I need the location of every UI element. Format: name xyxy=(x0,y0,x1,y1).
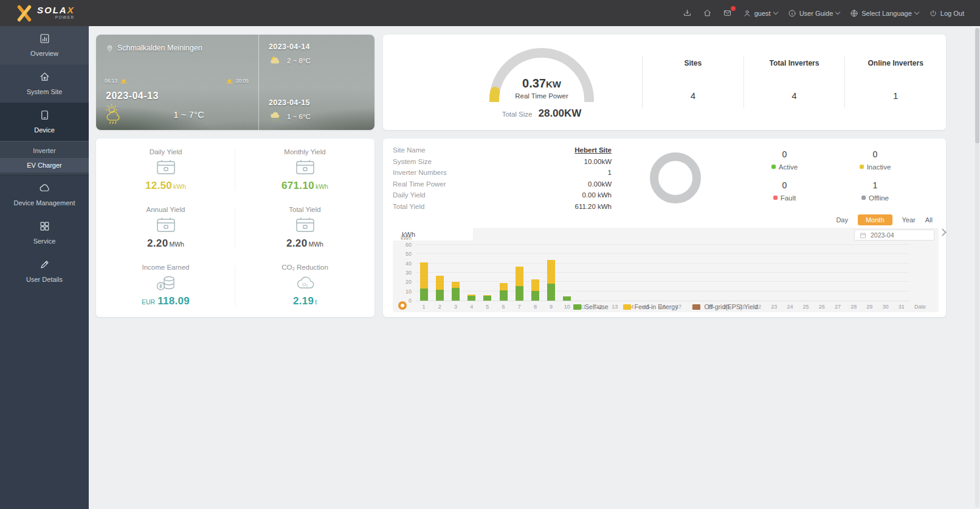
info-label: Daily Yield xyxy=(393,191,426,199)
chart-plot: kWh0102030405060 xyxy=(416,245,909,301)
status-offline: 1 Offline xyxy=(830,180,920,202)
period-switch: DayMonthYearAll xyxy=(393,211,939,228)
sidebar-item-user-details[interactable]: User Details xyxy=(0,252,89,290)
service-icon xyxy=(39,220,50,233)
status-label: Inactive xyxy=(830,163,920,171)
logout-button[interactable]: Log Out xyxy=(929,9,964,18)
yield-cell-monthly-yield: Monthly Yield 671.10 kWh xyxy=(235,141,374,199)
co2-icon: O₂ xyxy=(294,274,316,292)
site-info-row: System Size 10.00kW xyxy=(393,158,612,165)
legend-off-grid-eps-yield[interactable]: Off-grid(EPS) Yield xyxy=(692,303,758,310)
bar-slot xyxy=(846,245,861,301)
date-picker[interactable]: 2023-04 xyxy=(854,230,934,241)
chart-fab-icon[interactable] xyxy=(398,301,407,310)
status-inactive: 0 Inactive xyxy=(830,149,920,171)
site-info-row: Real Time Power 0.00kW xyxy=(393,180,612,188)
total-size: Total Size 28.00KW xyxy=(502,108,582,120)
yield-chart-panel: kWh 2023-04 kWh0102030405060 xyxy=(393,228,939,312)
site-info-row: Total Yield 611.20 kWh xyxy=(393,203,612,210)
brand-logo[interactable]: SOLAX POWER xyxy=(16,5,75,22)
inactive-dot-icon xyxy=(860,165,864,169)
stacked-bar[interactable] xyxy=(500,283,508,301)
bar-slot xyxy=(432,245,447,301)
weather-location: Schmalkalden Meiningen xyxy=(117,44,202,52)
bar-slot xyxy=(495,245,511,301)
sidebar-submenu: InverterEV Charger xyxy=(0,141,89,176)
period-all-button[interactable]: All xyxy=(925,216,933,224)
summary-stats: Sites 4 Total Inverters 4 Online Inverte… xyxy=(642,56,946,108)
bar-slot xyxy=(639,245,655,301)
stacked-bar[interactable] xyxy=(516,267,523,301)
bar-slot xyxy=(575,245,591,301)
sidebar-item-label: Overview xyxy=(30,50,58,57)
bar-slot xyxy=(480,245,495,301)
info-label: Real Time Power xyxy=(393,180,446,188)
real-time-power-value: 0.37KW xyxy=(484,77,599,91)
info-value-link[interactable]: Hebert Site xyxy=(575,146,612,154)
stacked-bar[interactable] xyxy=(483,295,491,301)
stacked-bar[interactable] xyxy=(531,279,539,301)
top-navbar: SOLAX POWER guest User Guide Select Lang… xyxy=(0,0,980,26)
message-icon[interactable] xyxy=(723,9,733,18)
info-label: Total Yield xyxy=(393,203,424,210)
sidebar-item-system-site[interactable]: System Site xyxy=(0,64,89,103)
stacked-bar[interactable] xyxy=(420,262,428,301)
sidebar-item-inverter[interactable]: Inverter xyxy=(0,143,89,158)
y-tick: 10 xyxy=(405,289,412,295)
active-dot-icon xyxy=(771,165,776,169)
scrollbar[interactable] xyxy=(975,28,979,507)
power-summary-card: 0.37KW Real Time Power Total Size 28.00K… xyxy=(383,35,946,130)
user-guide-menu[interactable]: User Guide xyxy=(788,9,840,18)
overview-icon xyxy=(39,33,50,46)
stat-label: Sites xyxy=(684,59,702,67)
stacked-bar[interactable] xyxy=(468,295,475,301)
yield-value: 2.19 t xyxy=(293,295,317,307)
status-label: Fault xyxy=(739,194,830,202)
weather-temp: 1 ~ 7°C xyxy=(173,109,204,120)
legend-feed-in-energy[interactable]: Feed-in Energy xyxy=(623,303,678,310)
period-day-button[interactable]: Day xyxy=(836,216,848,224)
income-icon xyxy=(155,274,177,292)
forecast-day-1: 2023-04-14 2 ~ 8°C xyxy=(269,43,365,66)
sunset-icon xyxy=(226,77,233,84)
stacked-bar[interactable] xyxy=(452,282,460,301)
y-tick: 20 xyxy=(405,279,412,285)
legend-self-use[interactable]: Self-use xyxy=(573,303,609,310)
language-menu[interactable]: Select Language xyxy=(850,9,919,18)
sidebar-item-device[interactable]: Device xyxy=(0,103,89,141)
user-menu[interactable]: guest xyxy=(743,9,778,18)
sidebar-item-service[interactable]: Service xyxy=(0,214,89,252)
stacked-bar[interactable] xyxy=(436,276,444,301)
period-year-button[interactable]: Year xyxy=(902,216,916,224)
device-icon xyxy=(39,109,50,122)
yield-label: Annual Yield xyxy=(147,206,185,213)
legend-swatch xyxy=(573,304,581,310)
site-info-row: Inverter Numbers 1 xyxy=(393,169,612,176)
location-pin-icon xyxy=(106,44,114,52)
sidebar-item-overview[interactable]: Overview xyxy=(0,26,89,64)
status-label: Offline xyxy=(830,194,920,202)
yield-value: 2.20 MWh xyxy=(147,237,184,250)
chevron-down-icon xyxy=(914,10,919,15)
stacked-bar[interactable] xyxy=(547,260,555,301)
scrollbar-thumb[interactable] xyxy=(975,28,979,143)
export-icon[interactable] xyxy=(683,9,692,18)
sidebar-item-ev-charger[interactable]: EV Charger xyxy=(0,158,89,173)
sun-cloud-icon xyxy=(269,55,282,66)
stat-value: 4 xyxy=(792,91,796,101)
next-site-chevron[interactable] xyxy=(939,228,947,236)
legend-swatch xyxy=(692,304,700,310)
yield-cell-total-yield: Total Yield 2.20 MWh xyxy=(235,199,374,256)
home-icon[interactable] xyxy=(703,9,713,18)
chart-legend: Self-use Feed-in Energy Off-grid(EPS) Yi… xyxy=(393,303,939,310)
bar-slot xyxy=(607,245,623,301)
period-month-button[interactable]: Month xyxy=(858,214,892,225)
sidebar-item-device-management[interactable]: Device Management xyxy=(0,176,89,214)
bar-slot xyxy=(782,245,798,301)
device-management-icon xyxy=(39,182,50,195)
sidebar-item-label: Device Management xyxy=(14,199,75,207)
stacked-bar[interactable] xyxy=(563,296,571,301)
y-tick: 60 xyxy=(405,242,412,248)
weather-card: Schmalkalden Meiningen 06:13 20:05 2023-… xyxy=(96,35,374,130)
sidebar-item-label: User Details xyxy=(26,276,63,283)
